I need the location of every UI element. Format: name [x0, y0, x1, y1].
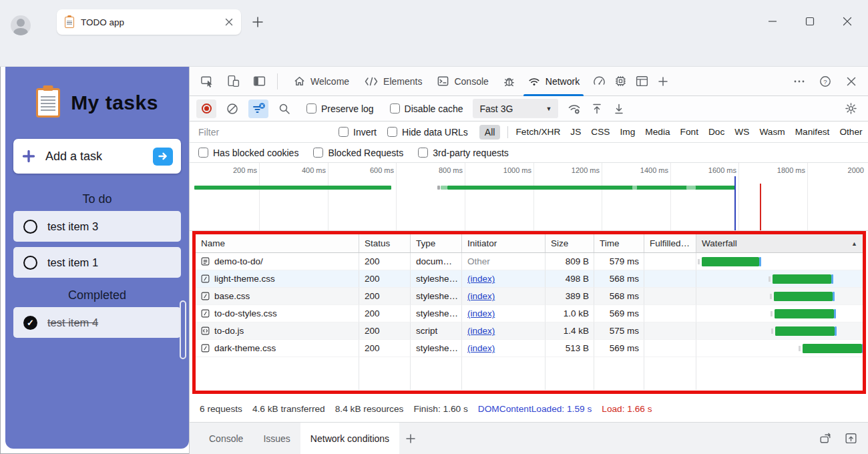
- cell-type[interactable]: styleshe…: [411, 340, 462, 357]
- column-header-fulfilled[interactable]: Fulfilled…: [644, 234, 696, 252]
- cell-waterfall[interactable]: [696, 288, 863, 305]
- table-row-name[interactable]: to-do.js: [196, 322, 359, 340]
- cell-status[interactable]: 200: [359, 270, 411, 288]
- hide-data-urls-checkbox[interactable]: [387, 127, 397, 137]
- import-har-icon[interactable]: [590, 102, 604, 116]
- record-network-log-button[interactable]: [196, 99, 216, 118]
- network-conditions-icon[interactable]: [567, 101, 582, 116]
- drawer-tab-console[interactable]: Console: [199, 423, 253, 454]
- tab-welcome[interactable]: Welcome: [286, 67, 357, 96]
- third-party-requests-checkbox[interactable]: [418, 148, 428, 158]
- filter-type-js[interactable]: JS: [570, 127, 581, 137]
- cell-waterfall[interactable]: [696, 305, 863, 322]
- table-row-name[interactable]: base.css: [196, 288, 359, 305]
- dock-drawer-icon[interactable]: [819, 431, 833, 445]
- drawer-more-tabs-plus-icon[interactable]: [405, 433, 417, 445]
- profile-avatar[interactable]: [11, 15, 31, 35]
- throttling-select[interactable]: Fast 3G ▼: [473, 99, 558, 118]
- task-checkbox-checked[interactable]: ✓: [23, 316, 37, 330]
- expand-drawer-icon[interactable]: [844, 431, 858, 445]
- tab-network[interactable]: Network: [520, 67, 587, 96]
- cell-status[interactable]: 200: [359, 322, 411, 340]
- has-blocked-cookies-checkbox[interactable]: [198, 148, 208, 158]
- cell-type[interactable]: styleshe…: [411, 270, 462, 288]
- table-row-name[interactable]: demo-to-do/: [196, 253, 359, 270]
- debugger-bug-icon[interactable]: [501, 73, 517, 89]
- filter-input[interactable]: [198, 127, 327, 138]
- blocked-requests-checkbox[interactable]: [313, 148, 323, 158]
- task-item[interactable]: test item 3: [13, 211, 181, 242]
- column-header-name[interactable]: Name: [196, 234, 359, 252]
- tab-close-icon[interactable]: [225, 18, 233, 26]
- drawer-tab-issues[interactable]: Issues: [253, 423, 300, 454]
- filter-type-other[interactable]: Other: [839, 127, 862, 137]
- initiator-link[interactable]: (index): [467, 274, 495, 284]
- memory-chip-icon[interactable]: [612, 73, 628, 89]
- cell-type[interactable]: docum…: [411, 253, 462, 270]
- filter-type-img[interactable]: Img: [620, 127, 635, 137]
- dock-side-icon[interactable]: [251, 73, 267, 89]
- column-header-status[interactable]: Status: [359, 234, 411, 252]
- filter-type-css[interactable]: CSS: [591, 127, 610, 137]
- clear-network-log-icon[interactable]: [222, 99, 242, 118]
- cell-waterfall[interactable]: [696, 270, 863, 288]
- browser-tab[interactable]: TODO app: [57, 9, 241, 35]
- initiator-link[interactable]: (index): [467, 326, 495, 336]
- filter-type-manifest[interactable]: Manifest: [795, 127, 830, 137]
- cell-status[interactable]: 200: [359, 340, 411, 357]
- initiator-link[interactable]: (index): [467, 308, 495, 318]
- column-header-initiator[interactable]: Initiator: [462, 234, 546, 252]
- column-header-waterfall[interactable]: Waterfall ▲: [696, 234, 863, 252]
- export-har-icon[interactable]: [612, 102, 626, 116]
- column-header-time[interactable]: Time: [594, 234, 644, 252]
- column-header-size[interactable]: Size: [546, 234, 594, 252]
- table-row-name[interactable]: dark-theme.css: [196, 340, 359, 357]
- initiator-link[interactable]: (index): [467, 343, 495, 353]
- invert-checkbox[interactable]: [339, 127, 349, 137]
- column-header-type[interactable]: Type: [411, 234, 462, 252]
- search-icon[interactable]: [274, 99, 294, 118]
- performance-gauge-icon[interactable]: [591, 73, 607, 89]
- devtools-menu-icon[interactable]: [793, 75, 806, 88]
- filter-toggle-icon[interactable]: [248, 99, 268, 118]
- task-checkbox[interactable]: [23, 220, 37, 234]
- cell-waterfall[interactable]: [696, 322, 863, 340]
- devtools-close-icon[interactable]: [845, 75, 858, 88]
- window-maximize-button[interactable]: [803, 15, 817, 28]
- submit-task-button[interactable]: [153, 148, 173, 166]
- window-minimize-button[interactable]: [765, 15, 780, 28]
- filter-type-doc[interactable]: Doc: [708, 127, 724, 137]
- cell-status[interactable]: 200: [359, 288, 411, 305]
- disable-cache-checkbox[interactable]: [390, 103, 400, 114]
- filter-type-all[interactable]: All: [479, 125, 501, 140]
- task-item[interactable]: test item 1: [13, 247, 181, 278]
- table-row-name[interactable]: light-theme.css: [196, 270, 359, 288]
- inspect-element-icon[interactable]: [199, 73, 215, 89]
- initiator-link[interactable]: (index): [467, 291, 495, 301]
- drawer-tab-network-conditions[interactable]: Network conditions: [300, 423, 399, 454]
- application-panel-icon[interactable]: [634, 73, 650, 89]
- cell-type[interactable]: styleshe…: [411, 288, 462, 305]
- cell-waterfall[interactable]: [696, 340, 863, 357]
- table-row-name[interactable]: to-do-styles.css: [196, 305, 359, 322]
- page-scrollbar[interactable]: [180, 300, 186, 359]
- tab-elements[interactable]: Elements: [357, 67, 429, 96]
- cell-status[interactable]: 200: [359, 305, 411, 322]
- tab-console[interactable]: Console: [429, 67, 495, 96]
- network-overview-timeline[interactable]: 200 ms 400 ms 600 ms 800 ms 1000 ms 1200…: [190, 163, 868, 231]
- help-icon[interactable]: ?: [819, 75, 832, 88]
- task-checkbox[interactable]: [23, 256, 37, 270]
- filter-type-font[interactable]: Font: [680, 127, 698, 137]
- window-close-button[interactable]: [840, 15, 855, 28]
- add-task-input[interactable]: Add a task: [13, 139, 181, 174]
- task-item-completed[interactable]: ✓ test item 4: [13, 307, 181, 338]
- preserve-log-checkbox[interactable]: [306, 103, 316, 114]
- cell-type[interactable]: script: [411, 322, 462, 340]
- filter-type-wasm[interactable]: Wasm: [759, 127, 785, 137]
- cell-waterfall[interactable]: [696, 253, 863, 270]
- cell-type[interactable]: styleshe…: [411, 305, 462, 322]
- filter-type-media[interactable]: Media: [645, 127, 670, 137]
- device-emulation-icon[interactable]: [225, 73, 241, 89]
- more-tabs-plus-icon[interactable]: [655, 73, 671, 89]
- network-settings-gear-icon[interactable]: [844, 101, 858, 116]
